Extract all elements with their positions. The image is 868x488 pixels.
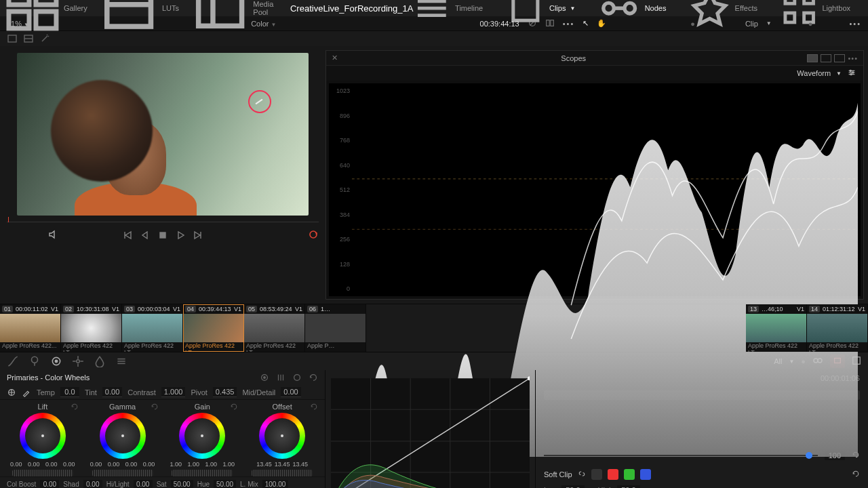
more-icon-2[interactable]: ••• <box>849 20 861 28</box>
scope-settings-icon[interactable] <box>847 68 856 79</box>
intensity-slider[interactable] <box>544 455 818 456</box>
svg-line-20 <box>530 20 534 25</box>
wand-icon[interactable] <box>39 33 50 44</box>
thumbnail-clip[interactable]: 061…Apple P… <box>305 304 366 352</box>
jog-wheel[interactable] <box>92 470 153 476</box>
tint-value[interactable]: 0.00 <box>102 387 122 397</box>
thumbnail-clip[interactable]: 0400:39:44:13V1Apple ProRes 422 LT <box>183 304 244 352</box>
master-timecode: 00:39:44:13 <box>480 20 519 28</box>
thumbnail-clip[interactable]: 0100:00:11:02V1Apple ProRes 422... <box>0 304 61 352</box>
wheel-reset-icon[interactable] <box>309 373 318 382</box>
wheel-mode-dot-icon[interactable] <box>260 373 269 382</box>
softclip-blue[interactable] <box>640 469 651 480</box>
sat-value[interactable]: 50.00 <box>171 480 193 488</box>
thumbnail-clip[interactable]: 1401:12:31:12V1Apple ProRes 422 LT <box>807 304 868 352</box>
split-icon[interactable] <box>545 18 555 29</box>
svg-rect-22 <box>551 20 553 26</box>
hilight-value[interactable]: 0.00 <box>134 480 153 488</box>
wheel-reset-icon[interactable] <box>151 403 159 411</box>
wheel-mode-log-icon[interactable] <box>292 373 302 382</box>
high-value[interactable]: 50.0 <box>617 485 639 488</box>
temp-value[interactable]: 0.0 <box>60 387 79 397</box>
viewer-mode-icon[interactable] <box>7 33 18 44</box>
svg-point-57 <box>294 375 300 381</box>
waveform-scope: 1023 896 768 640 512 384 256 128 0 <box>329 83 861 296</box>
key-icon[interactable] <box>115 355 127 367</box>
zoom-level[interactable]: 31% ▼ <box>7 20 47 28</box>
highlight-icon[interactable] <box>23 33 34 44</box>
next-clip-icon[interactable] <box>193 230 203 241</box>
svg-point-32 <box>852 72 854 73</box>
viewer-image[interactable] <box>17 53 309 216</box>
thumbnail-clip[interactable]: 0508:53:49:24V1Apple ProRes 422 LT <box>244 304 305 352</box>
color-wheel-offset[interactable] <box>259 413 305 459</box>
thumbnail-clip[interactable]: 0210:30:31:08V1Apple ProRes 422 LT <box>61 304 122 352</box>
wheel-reset-icon[interactable] <box>71 403 79 411</box>
hand-icon[interactable]: ✋ <box>597 19 606 28</box>
more-icon[interactable]: ••• <box>563 20 575 28</box>
jog-wheel[interactable] <box>172 470 233 476</box>
arrow-cursor-icon[interactable]: ↖ <box>583 19 589 28</box>
scopes-title: Scopes <box>340 54 807 62</box>
scope-mode-dropdown[interactable]: Waveform <box>797 69 831 77</box>
contrast-value[interactable]: 1.000 <box>161 387 186 397</box>
tracker-icon[interactable] <box>72 355 84 367</box>
low-value[interactable]: 50.0 <box>561 485 584 488</box>
svg-point-13 <box>625 3 635 14</box>
jog-wheel[interactable] <box>12 470 73 476</box>
qualifier-icon[interactable] <box>28 355 41 367</box>
shad-value[interactable]: 0.00 <box>83 480 102 488</box>
curves-panel[interactable] <box>326 370 536 488</box>
bypass-icon[interactable] <box>528 18 537 29</box>
softclip-reset-icon[interactable] <box>852 470 860 479</box>
color-wheel-gamma[interactable] <box>100 413 146 459</box>
stop-icon[interactable] <box>157 230 168 241</box>
scope-layout-4[interactable] <box>834 54 845 62</box>
color-wheel-lift[interactable] <box>20 413 66 459</box>
svg-rect-23 <box>8 35 16 42</box>
play-icon[interactable] <box>175 230 186 241</box>
pivot-value[interactable]: 0.435 <box>213 387 237 397</box>
softclip-luma[interactable] <box>591 469 602 480</box>
gallery-button[interactable]: Gallery <box>5 0 87 35</box>
auto-balance-icon[interactable] <box>7 388 16 397</box>
scope-more-icon[interactable]: ••• <box>848 54 858 62</box>
jog-wheel[interactable] <box>252 470 313 476</box>
hue-value[interactable]: 50.00 <box>214 480 236 488</box>
scope-layout-2[interactable] <box>821 54 831 62</box>
thumbnail-clip[interactable]: 13…46;10V1Apple ProRes 422 LT <box>746 304 807 352</box>
svg-point-31 <box>850 70 851 71</box>
lmix-value[interactable]: 100.00 <box>262 480 289 488</box>
svg-point-53 <box>264 377 266 379</box>
mediapool-button[interactable]: Media Pool <box>191 0 278 37</box>
clip-dropdown[interactable]: Clip <box>745 20 758 28</box>
svg-point-33 <box>850 74 852 75</box>
blur-icon[interactable] <box>94 355 106 367</box>
pick-white-icon[interactable] <box>22 388 31 397</box>
prev-clip-icon[interactable] <box>122 230 133 241</box>
softclip-red[interactable] <box>608 469 618 480</box>
wheel-reset-icon[interactable] <box>310 403 318 411</box>
svg-line-26 <box>42 36 47 41</box>
colboost-value[interactable]: 0.00 <box>40 480 59 488</box>
svg-point-36 <box>32 357 38 363</box>
svg-rect-15 <box>785 0 795 3</box>
svg-rect-16 <box>804 0 814 3</box>
wheel-mode-bars-icon[interactable] <box>276 373 285 382</box>
step-back-icon[interactable] <box>140 230 151 241</box>
loop-icon[interactable] <box>308 229 319 241</box>
thumbnail-clip[interactable]: 0300:00:03:04V1Apple ProRes 422 LT <box>122 304 183 352</box>
window-icon[interactable] <box>50 355 62 367</box>
softclip-green[interactable] <box>624 469 635 480</box>
middetail-value[interactable]: 0.00 <box>281 387 300 397</box>
page-label[interactable]: Color <box>251 20 269 28</box>
volume-icon[interactable] <box>47 229 58 241</box>
project-title: CreativeLive_ForRecording_1A <box>290 3 413 14</box>
color-wheel-gain[interactable] <box>179 413 225 459</box>
picker-cursor-icon <box>248 90 271 113</box>
curves-tool-icon[interactable] <box>7 355 19 367</box>
close-icon[interactable]: ✕ <box>332 54 340 62</box>
link-icon[interactable] <box>578 470 586 479</box>
wheel-reset-icon[interactable] <box>230 403 238 411</box>
scope-layout-1[interactable] <box>807 54 818 62</box>
